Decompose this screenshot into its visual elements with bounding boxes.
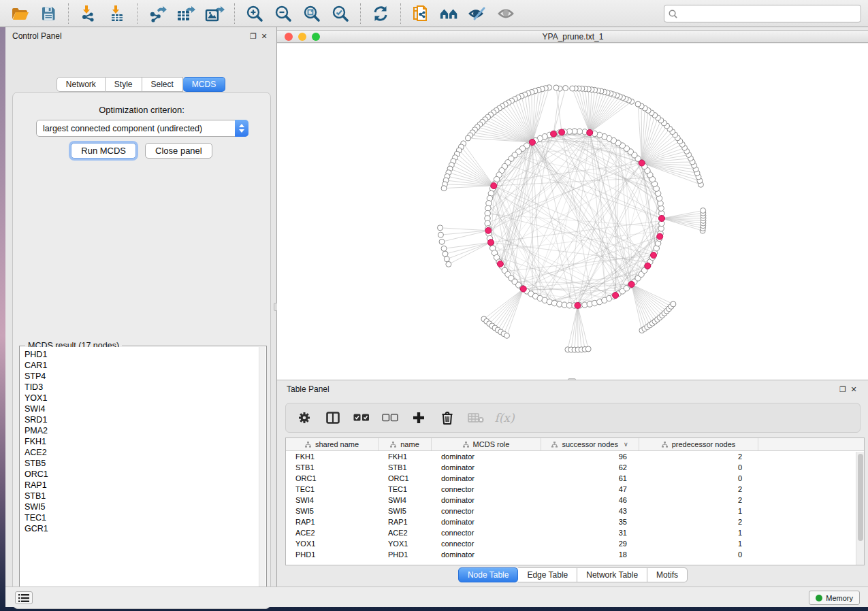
memory-button[interactable]: Memory xyxy=(809,591,860,605)
zoom-in-icon[interactable] xyxy=(244,3,265,24)
tab-select[interactable]: Select xyxy=(142,77,183,92)
hide-selected-icon[interactable] xyxy=(468,3,488,24)
mcds-result-item[interactable]: ACE2 xyxy=(25,447,259,458)
network-node[interactable] xyxy=(441,186,447,191)
tab-motifs[interactable]: Motifs xyxy=(647,567,688,582)
open-session-icon[interactable] xyxy=(10,3,30,24)
mcds-result-item[interactable]: FKH1 xyxy=(25,436,259,447)
mcds-hub-node[interactable] xyxy=(551,131,557,137)
network-node[interactable] xyxy=(446,261,451,267)
mcds-result-item[interactable]: SWI4 xyxy=(25,403,259,414)
network-node[interactable] xyxy=(441,246,447,251)
table-row[interactable]: STB1STB1dominator620 xyxy=(286,462,864,473)
network-node[interactable] xyxy=(553,85,559,90)
float-panel-icon[interactable]: ❐ xyxy=(248,32,259,41)
network-node[interactable] xyxy=(437,225,443,231)
mcds-result-list[interactable]: PHD1CAR1STP4TID3YOX1SWI4SRD1PMA2FKH1ACE2… xyxy=(20,347,259,596)
column-header-predecessor-nodes[interactable]: predecessor nodes xyxy=(639,438,758,450)
mcds-hub-node[interactable] xyxy=(613,293,619,299)
mcds-hub-node[interactable] xyxy=(651,252,657,259)
tab-network[interactable]: Network xyxy=(57,77,106,92)
show-columns-icon[interactable] xyxy=(324,409,342,427)
export-network-icon[interactable] xyxy=(147,3,167,24)
tab-style[interactable]: Style xyxy=(106,77,142,92)
mcds-hub-node[interactable] xyxy=(657,233,663,240)
mcds-hub-node[interactable] xyxy=(520,286,526,292)
network-node[interactable] xyxy=(465,135,470,141)
import-table-icon[interactable] xyxy=(107,3,127,24)
table-row[interactable]: ACE2ACE2connector311 xyxy=(286,527,864,538)
mcds-hub-node[interactable] xyxy=(575,302,581,308)
float-table-panel-icon[interactable]: ❐ xyxy=(837,385,848,394)
table-row[interactable]: SWI4SWI4dominator462 xyxy=(286,495,864,506)
mcds-result-item[interactable]: CAR1 xyxy=(25,360,259,371)
network-node[interactable] xyxy=(585,346,591,352)
network-node[interactable] xyxy=(701,208,706,213)
table-row[interactable]: YOX1YOX1connector291 xyxy=(286,538,864,549)
zoom-out-icon[interactable] xyxy=(273,3,293,24)
mcds-result-item[interactable]: PHD1 xyxy=(25,349,259,360)
run-mcds-button[interactable]: Run MCDS xyxy=(71,143,136,159)
table-row[interactable]: TEC1TEC1connector472 xyxy=(286,484,864,495)
mcds-result-item[interactable]: STB5 xyxy=(25,458,259,469)
search-input[interactable] xyxy=(681,9,856,18)
task-history-button[interactable] xyxy=(15,591,33,604)
select-all-icon[interactable] xyxy=(353,409,370,427)
import-network-icon[interactable] xyxy=(78,3,99,24)
mcds-result-item[interactable]: PMA2 xyxy=(25,425,259,436)
optimization-criterion-select[interactable]: largest connected component (undirected) xyxy=(36,120,248,137)
mcds-hub-node[interactable] xyxy=(659,216,665,222)
close-panel-icon[interactable]: ✕ xyxy=(259,32,270,41)
mcds-result-item[interactable]: RAP1 xyxy=(25,480,259,491)
tab-node-table[interactable]: Node Table xyxy=(458,567,519,582)
mcds-hub-node[interactable] xyxy=(639,160,645,166)
mcds-result-item[interactable]: SWI5 xyxy=(25,501,259,512)
export-image-icon[interactable] xyxy=(204,3,225,24)
network-node[interactable] xyxy=(504,333,510,338)
mcds-result-item[interactable]: STB1 xyxy=(25,491,259,501)
mcds-result-item[interactable]: YOX1 xyxy=(25,393,259,403)
column-header-MCDS-role[interactable]: MCDS role xyxy=(432,438,541,450)
mcds-result-item[interactable]: TEC1 xyxy=(25,512,259,523)
close-table-panel-icon[interactable]: ✕ xyxy=(848,385,859,394)
mcds-hub-node[interactable] xyxy=(559,129,565,135)
export-table-icon[interactable] xyxy=(176,3,196,24)
zoom-selected-icon[interactable] xyxy=(330,3,351,24)
refresh-icon[interactable] xyxy=(370,3,391,24)
mcds-hub-node[interactable] xyxy=(587,129,593,135)
column-header-successor-nodes[interactable]: successor nodes∨ xyxy=(541,438,639,450)
column-header-shared-name[interactable]: shared name xyxy=(286,438,379,450)
table-scrollbar-thumb[interactable] xyxy=(858,454,863,541)
delete-row-icon[interactable] xyxy=(438,409,456,427)
network-graph[interactable] xyxy=(277,44,868,380)
mcds-hub-node[interactable] xyxy=(491,183,497,189)
network-node[interactable] xyxy=(444,257,449,262)
node-table[interactable]: shared namenameMCDS rolesuccessor nodes∨… xyxy=(285,437,865,565)
table-scrollbar[interactable] xyxy=(856,452,864,565)
new-network-from-selection-icon[interactable] xyxy=(411,3,431,24)
mcds-result-item[interactable]: SRD1 xyxy=(25,414,259,425)
table-row[interactable]: SWI5SWI5connector431 xyxy=(286,506,864,516)
network-node[interactable] xyxy=(671,301,676,307)
mcds-result-item[interactable]: STP4 xyxy=(25,371,259,382)
table-row[interactable]: ORC1ORC1dominator610 xyxy=(286,473,864,484)
settings-gear-icon[interactable] xyxy=(295,409,313,427)
network-node[interactable] xyxy=(563,85,568,90)
tab-mcds[interactable]: MCDS xyxy=(183,77,225,92)
add-row-icon[interactable] xyxy=(410,409,428,427)
network-node[interactable] xyxy=(635,101,641,107)
network-window-titlebar[interactable]: YPA_prune.txt_1 xyxy=(277,30,868,43)
mcds-list-scrollbar[interactable] xyxy=(259,347,266,596)
mcds-hub-node[interactable] xyxy=(485,227,492,233)
mcds-hub-node[interactable] xyxy=(487,240,494,246)
save-session-icon[interactable] xyxy=(38,3,59,24)
mcds-result-item[interactable]: TID3 xyxy=(25,382,259,393)
mcds-hub-node[interactable] xyxy=(645,263,651,269)
column-header-name[interactable]: name xyxy=(379,438,432,450)
mcds-result-item[interactable]: ORC1 xyxy=(25,469,259,480)
show-all-icon[interactable] xyxy=(496,3,517,24)
zoom-fit-icon[interactable] xyxy=(302,3,322,24)
network-node[interactable] xyxy=(570,86,575,91)
search-box[interactable] xyxy=(664,5,861,22)
network-node[interactable] xyxy=(443,251,448,257)
